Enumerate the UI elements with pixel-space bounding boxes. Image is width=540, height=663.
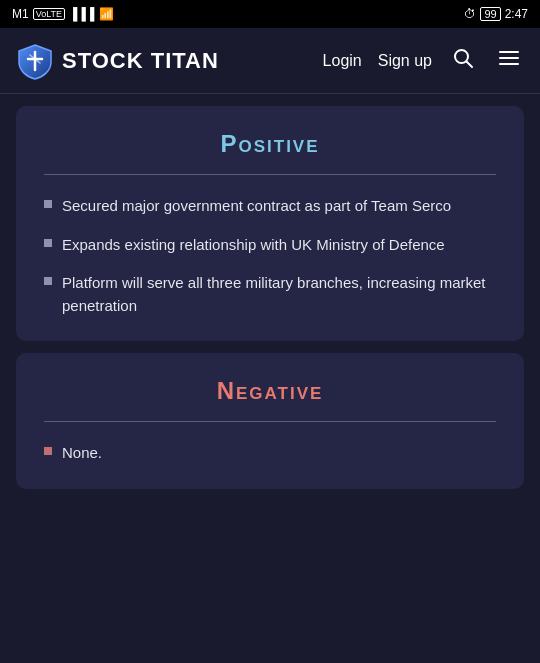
search-icon <box>452 47 474 69</box>
carrier-label: M1 <box>12 7 29 21</box>
time-label: 2:47 <box>505 7 528 21</box>
negative-card: Negative None. <box>16 353 524 489</box>
bullet-icon <box>44 447 52 455</box>
negative-bullet-list: None. <box>44 442 496 465</box>
bullet-icon <box>44 239 52 247</box>
logo-text: STOCK TITAN <box>62 48 219 74</box>
list-item: None. <box>44 442 496 465</box>
login-link[interactable]: Login <box>323 52 362 70</box>
search-button[interactable] <box>448 43 478 78</box>
bullet-text: None. <box>62 442 102 465</box>
battery-label: 99 <box>480 7 500 21</box>
bullet-icon <box>44 200 52 208</box>
hamburger-icon <box>498 47 520 69</box>
positive-title: Positive <box>44 130 496 158</box>
volte-badge: VoLTE <box>33 8 65 20</box>
status-left: M1 VoLTE ▐▐▐ 📶 <box>12 7 114 21</box>
negative-divider <box>44 421 496 422</box>
main-content: Positive Secured major government contra… <box>0 94 540 501</box>
alarm-icon: ⏱ <box>464 7 476 21</box>
nav-links: Login Sign up <box>323 43 524 78</box>
wifi-icon: 📶 <box>99 7 114 21</box>
bullet-icon <box>44 277 52 285</box>
signup-link[interactable]: Sign up <box>378 52 432 70</box>
positive-bullet-list: Secured major government contract as par… <box>44 195 496 317</box>
list-item: Platform will serve all three military b… <box>44 272 496 317</box>
positive-divider <box>44 174 496 175</box>
bullet-text: Expands existing relationship with UK Mi… <box>62 234 445 257</box>
bullet-text: Platform will serve all three military b… <box>62 272 496 317</box>
positive-card: Positive Secured major government contra… <box>16 106 524 341</box>
menu-button[interactable] <box>494 43 524 78</box>
bullet-text: Secured major government contract as par… <box>62 195 451 218</box>
list-item: Secured major government contract as par… <box>44 195 496 218</box>
svg-line-1 <box>467 62 473 68</box>
navbar: STOCK TITAN Login Sign up <box>0 28 540 94</box>
logo-icon <box>16 42 54 80</box>
logo-container: STOCK TITAN <box>16 42 323 80</box>
status-right: ⏱ 99 2:47 <box>464 7 528 21</box>
status-bar: M1 VoLTE ▐▐▐ 📶 ⏱ 99 2:47 <box>0 0 540 28</box>
negative-title: Negative <box>44 377 496 405</box>
signal-icon: ▐▐▐ <box>69 7 95 21</box>
list-item: Expands existing relationship with UK Mi… <box>44 234 496 257</box>
